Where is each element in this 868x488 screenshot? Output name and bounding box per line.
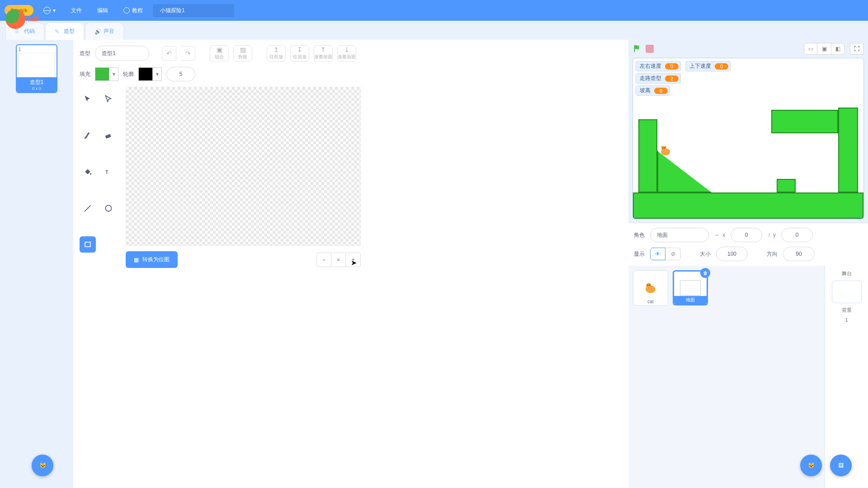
stage-monitors: 左右速度0 上下速度0 走路造型2 坡高0 xyxy=(636,61,731,96)
paint-tools: T xyxy=(80,87,118,268)
delete-sprite-button[interactable]: 🗑 xyxy=(700,268,710,278)
costume-dims: 0 x 0 xyxy=(17,86,57,91)
ungroup-button[interactable]: ▨拆散 xyxy=(233,45,252,61)
tab-sounds[interactable]: 🔊声音 xyxy=(85,23,124,40)
paint-editor: 造型 ↶ ↷ ▣组合 ▨拆散 ↥往前放 ↧往后放 ⤒放最前面 ⤓放最后面 填充 … xyxy=(73,40,628,488)
scratch-logo: Scratch xyxy=(5,5,33,16)
sprite-name-label: 地面 xyxy=(674,296,707,304)
cat-icon xyxy=(643,281,658,295)
fill-color[interactable]: ▾ xyxy=(95,67,118,81)
front-button[interactable]: ⤒放最前面 xyxy=(314,45,333,61)
sprite-card-ground[interactable]: 🗑 地面 xyxy=(673,270,708,305)
rect-tool[interactable] xyxy=(80,236,96,253)
stop-button[interactable] xyxy=(646,45,654,53)
text-tool[interactable]: T xyxy=(100,164,117,180)
sprite-card-cat[interactable]: cat xyxy=(633,270,668,305)
file-menu[interactable]: 文件 xyxy=(66,4,87,17)
direction-label: 方向 xyxy=(767,250,778,258)
add-costume-button[interactable]: 🐱 xyxy=(32,455,53,476)
group-button[interactable]: ▣组合 xyxy=(210,45,229,61)
eraser-tool[interactable] xyxy=(100,127,117,144)
large-stage-button[interactable]: ▣ xyxy=(817,43,831,55)
bitmap-icon: ▦ xyxy=(134,257,139,263)
unknown-stage-button[interactable]: ◧ xyxy=(831,43,844,55)
convert-label: 转换为位图 xyxy=(142,256,170,263)
tab-costumes[interactable]: ✎造型 xyxy=(45,23,84,40)
costume-number: 1 xyxy=(19,47,55,52)
chevron-down-icon: ▾ xyxy=(153,67,162,81)
fill-label: 填充 xyxy=(80,70,90,78)
menu-bar: Scratch ▾ 文件 编辑 教程 小猫探险1 xyxy=(0,0,868,21)
x-input[interactable] xyxy=(731,228,762,242)
monitor-hspeed[interactable]: 左右速度0 xyxy=(636,61,681,71)
backward-button[interactable]: ↧往后放 xyxy=(290,45,309,61)
zoom-out-button[interactable]: − xyxy=(317,253,331,267)
forward-button[interactable]: ↥往前放 xyxy=(267,45,286,61)
svg-point-12 xyxy=(647,285,648,286)
sprite-name-label: cat xyxy=(633,298,668,305)
add-sprite-button[interactable]: 🐱 xyxy=(800,455,822,476)
convert-to-bitmap-button[interactable]: ▦ 转换为位图 xyxy=(126,251,178,268)
svg-point-9 xyxy=(665,148,665,149)
stage[interactable]: 左右速度0 上下速度0 走路造型2 坡高0 xyxy=(632,58,864,219)
small-stage-button[interactable]: ▭ xyxy=(804,43,817,55)
reshape-tool[interactable] xyxy=(100,91,117,108)
outline-color[interactable]: ▾ xyxy=(138,67,162,81)
language-menu[interactable]: ▾ xyxy=(38,4,61,17)
image-plus-icon: 🖼 xyxy=(838,462,844,469)
costume-name-input[interactable] xyxy=(95,46,149,61)
outline-label: 轮廓 xyxy=(123,70,134,78)
select-tool[interactable] xyxy=(80,91,96,108)
costume-thumb-1[interactable]: 1 造型1 0 x 0 xyxy=(16,44,57,93)
stage-selector[interactable]: 舞台 背景 1 xyxy=(825,266,868,488)
y-input[interactable] xyxy=(781,228,813,242)
redo-icon: ↷ xyxy=(185,50,191,56)
editor-tabs: ⠿代码 ✎造型 🔊声音 xyxy=(0,21,868,40)
green-flag-button[interactable] xyxy=(633,44,642,53)
right-panel: ▭ ▣ ◧ ⛶ 左右速度0 上下速度0 走路造型2 坡高0 xyxy=(628,40,868,488)
brush-tool[interactable] xyxy=(80,127,96,144)
show-button[interactable]: 👁 xyxy=(650,248,665,260)
zoom-reset-button[interactable]: = xyxy=(331,253,346,267)
line-tool[interactable] xyxy=(80,200,96,216)
monitor-walk[interactable]: 走路造型2 xyxy=(636,73,681,84)
costume-list: 1 造型1 0 x 0 xyxy=(0,40,73,488)
costume-footer: 造型1 0 x 0 xyxy=(17,77,57,92)
hide-button[interactable]: ⊘ xyxy=(665,248,681,260)
cat-plus-icon: 🐱 xyxy=(39,462,46,469)
direction-input[interactable] xyxy=(783,247,815,261)
costume-name: 造型1 xyxy=(17,79,57,86)
fill-tool[interactable] xyxy=(80,164,96,180)
edit-menu[interactable]: 编辑 xyxy=(92,4,113,17)
chevron-down-icon: ▾ xyxy=(109,67,118,81)
cat-sprite[interactable] xyxy=(658,144,673,157)
back-button[interactable]: ⤓放最后面 xyxy=(337,45,356,61)
fill-swatch xyxy=(95,67,109,81)
tab-code[interactable]: ⠿代码 xyxy=(5,23,44,40)
add-backdrop-button[interactable]: 🖼 xyxy=(830,455,852,476)
tutorials-menu[interactable]: 教程 xyxy=(118,4,148,17)
stage-title: 舞台 xyxy=(842,270,852,277)
svg-point-4 xyxy=(105,205,111,211)
y-label: y xyxy=(773,232,776,238)
monitor-vspeed[interactable]: 上下速度0 xyxy=(685,61,731,71)
xy-icon: ↔ xyxy=(714,232,720,238)
costume-label: 造型 xyxy=(80,50,90,57)
circle-tool[interactable] xyxy=(100,200,117,216)
project-title-input[interactable]: 小猫探险1 xyxy=(153,4,234,17)
outline-width-input[interactable] xyxy=(166,67,195,81)
undo-icon: ↶ xyxy=(166,50,172,56)
bulb-icon xyxy=(123,7,130,14)
fullscreen-button[interactable]: ⛶ xyxy=(850,43,863,55)
redo-button[interactable]: ↷ xyxy=(181,46,195,61)
svg-rect-0 xyxy=(105,134,111,139)
paint-canvas[interactable] xyxy=(126,87,361,246)
svg-point-13 xyxy=(649,285,650,286)
undo-button[interactable]: ↶ xyxy=(162,46,176,61)
tutorials-label: 教程 xyxy=(132,7,143,14)
sprite-name-input[interactable] xyxy=(650,228,709,242)
monitor-slope[interactable]: 坡高0 xyxy=(636,85,670,96)
zoom-in-button[interactable]: + xyxy=(346,253,360,267)
size-input[interactable] xyxy=(716,247,748,261)
sprite-info: 角色 ↔x ↕y 显示 👁 ⊘ 大小 方向 xyxy=(628,223,868,266)
